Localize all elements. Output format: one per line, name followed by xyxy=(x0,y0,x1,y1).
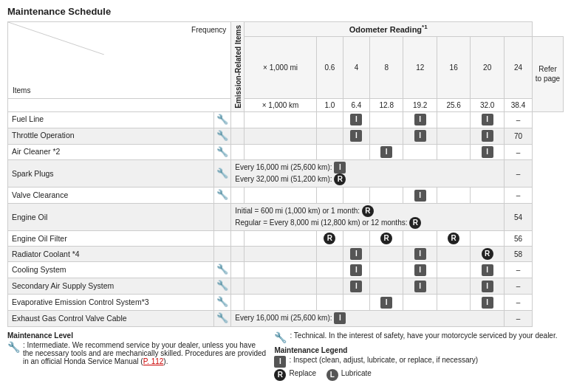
mi-24: 24 xyxy=(504,36,532,98)
freq-note-cell: Initial = 600 mi (1,000 km) or 1 month: … xyxy=(231,204,505,231)
i-badge-inline: I xyxy=(334,162,346,173)
table-row: Exhaust Gas Control Valve Cable🔧Every 16… xyxy=(8,311,564,327)
i-legend-text: : Inspect (clean, adjust, lubricate, or … xyxy=(289,356,478,364)
km-6.4: 6.4 xyxy=(343,98,369,111)
odometer-label: Odometer Reading xyxy=(349,25,422,34)
data-cell: I xyxy=(471,262,505,278)
data-cell xyxy=(437,111,470,128)
table-row: Fuel Line🔧III– xyxy=(8,111,564,128)
data-cell xyxy=(316,188,343,204)
wrench-cell xyxy=(214,204,231,231)
data-cell xyxy=(343,295,369,311)
wrench-cell: 🔧 xyxy=(214,111,231,128)
data-cell: R xyxy=(471,247,505,262)
data-cell xyxy=(245,128,317,144)
freq-empty-cell xyxy=(231,144,245,160)
l-legend-text: Lubricate xyxy=(341,369,372,377)
svg-line-0 xyxy=(8,22,104,55)
refer-cell: 58 xyxy=(504,247,532,262)
wrench-cell: 🔧 xyxy=(214,128,231,144)
r-badge: R xyxy=(380,233,392,244)
i-badge: I xyxy=(482,281,493,292)
i-badge: I xyxy=(482,297,493,309)
wrench-icon: 🔧 xyxy=(216,130,228,141)
data-cell: I xyxy=(471,144,505,160)
item-name-cell: Evaporative Emission Control System*3 xyxy=(8,295,214,311)
i-badge: I xyxy=(274,356,286,368)
data-cell xyxy=(343,231,369,247)
data-cell xyxy=(369,188,403,204)
wrench-cell: 🔧 xyxy=(214,160,231,188)
km-12.8: 12.8 xyxy=(369,98,403,111)
table-row: Engine OilInitial = 600 mi (1,000 km) or… xyxy=(8,204,564,231)
freq-empty-cell xyxy=(231,262,245,278)
data-cell xyxy=(471,188,505,204)
table-row: Engine Oil FilterRRR56 xyxy=(8,231,564,247)
refer-cell: 54 xyxy=(504,204,532,231)
wrench-cell: 🔧 xyxy=(214,295,231,311)
odometer-note: *1 xyxy=(422,24,428,30)
data-cell xyxy=(437,278,470,295)
data-cell xyxy=(437,128,470,144)
i-badge: I xyxy=(414,130,426,142)
data-cell xyxy=(245,262,317,278)
wrench-icon: 🔧 xyxy=(216,264,228,275)
mi-16: 16 xyxy=(437,36,470,98)
km-label-spacer xyxy=(8,98,231,111)
i-badge: I xyxy=(414,114,426,125)
data-cell: I xyxy=(343,262,369,278)
r-badge: R xyxy=(274,369,286,381)
data-cell: I xyxy=(403,128,437,144)
data-cell: R xyxy=(437,231,470,247)
table-row: Throttle Operation🔧III70 xyxy=(8,128,564,144)
data-cell: I xyxy=(343,111,369,128)
data-cell: I xyxy=(471,111,505,128)
item-name-cell: Radiator Coolant *4 xyxy=(8,247,214,262)
mi-4: 4 xyxy=(343,36,369,98)
data-cell xyxy=(245,231,317,247)
data-cell xyxy=(369,128,403,144)
km-25.6: 25.6 xyxy=(437,98,470,111)
data-cell xyxy=(316,262,343,278)
i-badge: I xyxy=(380,146,392,158)
data-cell xyxy=(437,295,470,311)
table-row: Cooling System🔧III– xyxy=(8,262,564,278)
data-cell xyxy=(316,278,343,295)
i-badge: I xyxy=(482,114,493,125)
wrench-cell: 🔧 xyxy=(214,144,231,160)
data-cell xyxy=(343,188,369,204)
data-cell: I xyxy=(403,262,437,278)
data-cell xyxy=(343,144,369,160)
i-badge: I xyxy=(482,130,493,142)
frequency-label: Frequency xyxy=(191,25,226,35)
item-name-cell: Throttle Operation xyxy=(8,128,214,144)
data-cell xyxy=(245,111,317,128)
data-cell xyxy=(316,111,343,128)
wrench-icon: 🔧 xyxy=(216,280,228,291)
data-cell xyxy=(245,188,317,204)
data-cell xyxy=(369,247,403,262)
i-badge: I xyxy=(380,297,392,309)
data-cell xyxy=(403,144,437,160)
odometer-header: Odometer Reading*1 xyxy=(245,22,533,37)
data-cell: I xyxy=(369,144,403,160)
wrench-icon: 🔧 xyxy=(216,168,228,179)
item-name-cell: Air Cleaner *2 xyxy=(8,144,214,160)
page-link[interactable]: P. 112 xyxy=(143,357,164,365)
r-badge: R xyxy=(482,248,493,260)
refer-cell: – xyxy=(504,188,532,204)
item-name-cell: Spark Plugs xyxy=(8,160,214,188)
refer-cell: – xyxy=(504,111,532,128)
page-title: Maintenance Schedule xyxy=(7,6,564,17)
data-cell: I xyxy=(403,111,437,128)
data-cell xyxy=(369,111,403,128)
data-cell xyxy=(245,295,317,311)
data-cell xyxy=(316,247,343,262)
i-badge: I xyxy=(414,190,426,202)
wrench-cell: 🔧 xyxy=(214,188,231,204)
maintenance-table: Frequency Items Emission-Related Items O… xyxy=(7,21,564,327)
table-row: Valve Clearance🔧I– xyxy=(8,188,564,204)
data-cell xyxy=(245,144,317,160)
i-legend: I : Inspect (clean, adjust, lubricate, o… xyxy=(274,356,564,368)
refer-cell: – xyxy=(504,278,532,295)
